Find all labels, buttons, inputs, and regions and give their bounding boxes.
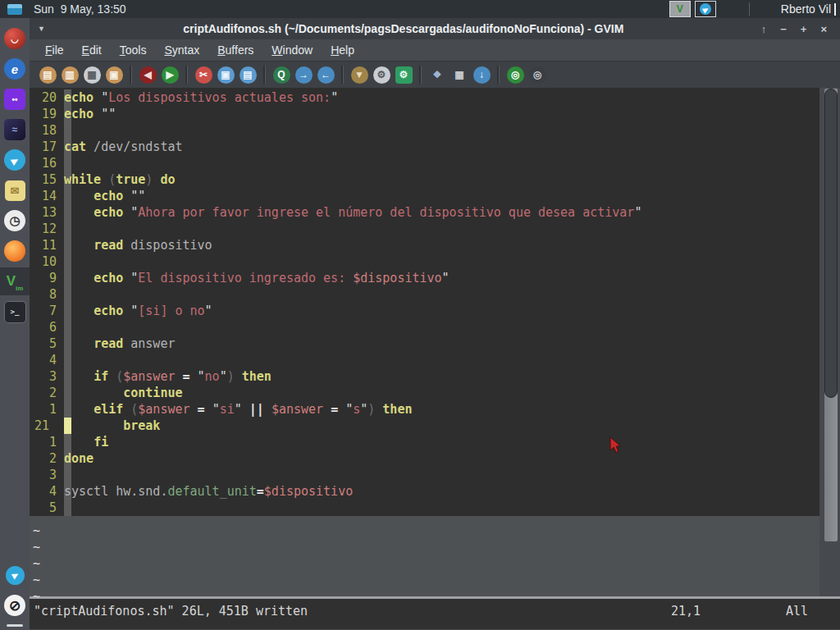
username-label[interactable]: Rberto Vil bbox=[781, 2, 831, 16]
code-line[interactable]: 2 continue bbox=[34, 385, 819, 401]
system-tray: V▶ bbox=[669, 1, 716, 17]
close-button[interactable]: × bbox=[820, 24, 827, 34]
code-line[interactable]: 8 bbox=[34, 286, 819, 303]
app-firefox-icon[interactable] bbox=[0, 237, 30, 265]
code-line[interactable]: 13 echo "Ahora por favor ingrese el núme… bbox=[34, 204, 819, 221]
menu-tools[interactable]: Tools bbox=[111, 41, 156, 59]
code-line[interactable]: 4sysctl hw.snd.default_unit=$dispositivo bbox=[34, 483, 819, 500]
code-line[interactable]: 3 bbox=[34, 467, 819, 483]
maximize-button[interactable]: + bbox=[801, 24, 807, 34]
window-titlebar[interactable]: ▼ criptAudifonos.sh (~/Documents/pagsDes… bbox=[30, 18, 840, 39]
line-number: 9 bbox=[34, 270, 57, 286]
code-text: sysctl hw.snd.default_unit=$dispositivo bbox=[64, 483, 353, 500]
clock-label[interactable]: Sun 9 May, 13:50 bbox=[34, 2, 126, 16]
code-line[interactable]: 14 echo "" bbox=[34, 188, 819, 204]
app-telegram-icon[interactable]: ▶ bbox=[0, 146, 30, 174]
tray-telegram-icon[interactable]: ▶ bbox=[695, 1, 716, 17]
find-replace-button[interactable]: Q bbox=[272, 65, 291, 84]
code-line[interactable]: 19echo "" bbox=[34, 106, 819, 122]
redo-button[interactable]: ▶ bbox=[160, 65, 180, 84]
cut-icon: ✂ bbox=[195, 66, 212, 84]
code-line[interactable]: 1 elif ($answer = "si" || $answer = "s")… bbox=[34, 401, 819, 418]
menu-file[interactable]: File bbox=[36, 41, 73, 59]
menu-buffers[interactable]: Buffers bbox=[208, 41, 262, 59]
shade-button[interactable]: ↑ bbox=[761, 24, 767, 34]
undo-icon: ◀ bbox=[139, 66, 157, 84]
code-text: fi bbox=[64, 434, 108, 450]
code-editor[interactable]: 20echo "Los dispositivos actuales son:"1… bbox=[30, 88, 819, 516]
line-number: 11 bbox=[34, 237, 57, 253]
print-button[interactable]: ▣ bbox=[104, 65, 124, 84]
code-line[interactable]: 5 bbox=[34, 500, 819, 516]
save-button[interactable]: ▥ bbox=[60, 65, 80, 84]
app-terminal-icon[interactable]: >_ bbox=[0, 298, 30, 326]
code-line[interactable]: 21 break bbox=[34, 418, 819, 434]
load-session-button[interactable]: ▼ bbox=[349, 65, 369, 84]
line-number: 12 bbox=[34, 221, 57, 237]
code-line[interactable]: 3 if ($answer = "no") then bbox=[34, 368, 819, 385]
save-all-button[interactable]: ▦ bbox=[82, 65, 102, 84]
code-line[interactable]: 2done bbox=[34, 450, 819, 467]
code-line[interactable]: 7 echo "[si] o no" bbox=[34, 303, 819, 319]
menu-edit[interactable]: Edit bbox=[73, 41, 111, 59]
code-line[interactable]: 1 fi bbox=[34, 434, 819, 450]
code-line[interactable]: 9 echo "El dispositivo ingresado es: $di… bbox=[34, 270, 819, 286]
app-gvim-icon[interactable]: Vim bbox=[0, 267, 30, 295]
code-line[interactable]: 12 bbox=[34, 221, 819, 237]
line-number: 10 bbox=[34, 253, 57, 270]
code-text: cat /dev/sndstat bbox=[64, 139, 183, 155]
line-number: 4 bbox=[34, 483, 57, 500]
code-line[interactable]: 20echo "Los dispositivos actuales son:" bbox=[34, 89, 819, 106]
app-clock-icon[interactable]: ◷ bbox=[0, 207, 30, 235]
run-ctags-button[interactable]: ▦ bbox=[450, 65, 469, 84]
cursor-position-ruler: 21,1 bbox=[671, 604, 701, 619]
code-line[interactable]: 15while (true) do bbox=[34, 171, 819, 188]
app-discord-icon[interactable]: •• bbox=[0, 85, 30, 113]
window-menu-icon[interactable]: ▼ bbox=[38, 25, 54, 33]
line-number: 1 bbox=[34, 401, 57, 418]
vertical-scrollbar[interactable] bbox=[824, 89, 838, 541]
code-line[interactable]: 11 read dispositivo bbox=[34, 237, 819, 253]
application-dock: ◡e••≈▶✉◷Vim>_▶⊘ bbox=[0, 18, 30, 630]
notifications-muted-icon[interactable]: ⊘ bbox=[0, 591, 30, 619]
line-number: 21 bbox=[34, 418, 57, 434]
menu-window[interactable]: Window bbox=[262, 41, 322, 59]
menu-help[interactable]: Help bbox=[322, 41, 363, 59]
find-next-button[interactable]: → bbox=[294, 65, 313, 84]
scrollbar-thumb[interactable] bbox=[824, 89, 838, 398]
run-script-button[interactable]: ⚙ bbox=[394, 65, 413, 84]
help-button[interactable]: ◎ bbox=[505, 65, 525, 84]
code-line[interactable]: 4 bbox=[34, 352, 819, 368]
app-browser-e-icon[interactable]: e bbox=[0, 55, 30, 83]
copy-icon: ▣ bbox=[217, 66, 235, 84]
cut-button[interactable]: ✂ bbox=[194, 65, 213, 84]
copy-button[interactable]: ▣ bbox=[216, 65, 235, 84]
make-button[interactable]: ❖ bbox=[427, 65, 447, 84]
code-line[interactable]: 5 read answer bbox=[34, 336, 819, 352]
minimize-button[interactable]: − bbox=[780, 24, 787, 34]
line-number: 2 bbox=[34, 450, 57, 467]
code-text: while (true) do bbox=[64, 171, 175, 188]
code-line[interactable]: 17cat /dev/sndstat bbox=[34, 139, 819, 155]
undo-button[interactable]: ◀ bbox=[138, 65, 158, 84]
find-help-button[interactable]: ◎ bbox=[527, 65, 547, 84]
code-line[interactable]: 6 bbox=[34, 319, 819, 336]
tag-jump-button[interactable]: ↓ bbox=[472, 65, 491, 84]
tray-gvim-icon[interactable]: V bbox=[669, 1, 691, 17]
app-bird-icon[interactable]: ≈ bbox=[0, 116, 30, 144]
code-line[interactable]: 16 bbox=[34, 155, 819, 171]
workspace-icon[interactable] bbox=[7, 4, 22, 15]
paste-button[interactable]: ▤ bbox=[238, 65, 258, 84]
app-telegram-small-icon[interactable]: ▶ bbox=[0, 561, 30, 589]
save-session-button[interactable]: ⚙ bbox=[372, 65, 391, 84]
open-button[interactable]: ▤ bbox=[38, 65, 57, 84]
code-line[interactable]: 18 bbox=[34, 122, 819, 139]
desktop-top-bar: Sun 9 May, 13:50 V▶ Rberto Vil bbox=[0, 0, 840, 18]
find-prev-button[interactable]: ← bbox=[316, 65, 336, 84]
code-line[interactable]: 10 bbox=[34, 253, 819, 270]
app-notes-icon[interactable]: ✉ bbox=[0, 176, 30, 204]
line-number: 3 bbox=[34, 368, 57, 385]
app-red-mascot-icon[interactable]: ◡ bbox=[0, 25, 30, 52]
window-controls: ↑−+× bbox=[761, 24, 827, 34]
menu-syntax[interactable]: Syntax bbox=[155, 41, 208, 59]
